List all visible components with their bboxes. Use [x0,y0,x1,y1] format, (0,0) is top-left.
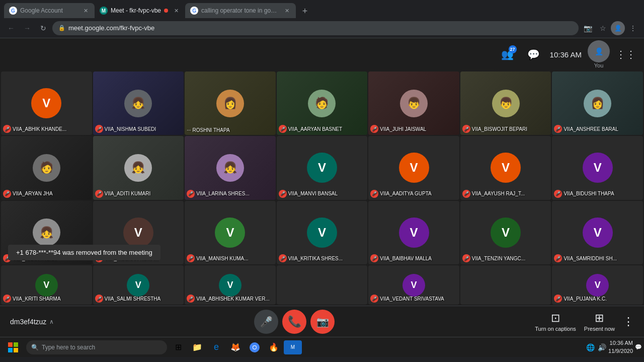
mute-p1: 🎤 [3,125,11,133]
present-icon: ⊞ [595,312,604,325]
name-p1: 🎤 VIIA_ABHIK KHANDE... [3,125,90,133]
svg-rect-1 [14,342,18,347]
tile-p13[interactable]: V 🎤 VIIA_AAYUSH RAJ_T... [460,136,551,199]
name-p3: ··· ROSHNI THAPA [187,127,274,133]
new-tab-button[interactable]: + [298,4,312,18]
notification-icon[interactable]: 💬 [635,344,642,350]
tile-p10[interactable]: 👧 🎤 VIIA_LARINA SHRES... [185,136,276,199]
mute-p17: 🎤 [187,254,195,262]
avatar-p26: V [403,274,425,297]
tab-close-meet[interactable]: ✕ [172,7,180,15]
tile-p9[interactable]: 👧 🎤 VIIA_ADITI KUMARI [93,136,184,199]
tile-p17[interactable]: V 🎤 VIIA_MANISH KUMA... [185,201,276,264]
volume-icon[interactable]: 🔊 [598,343,606,351]
avatar-img-p10: 👧 [216,154,244,182]
more-options-button[interactable]: ⋮ [623,315,634,328]
bottom-row: V 🎤 VIIA_KRITI SHARMA V 🎤 VIIA_SALMI SHR… [0,265,644,306]
chrome-icon [250,342,260,352]
taskbar-taskview[interactable]: ⊞ [169,338,187,356]
tile-p19[interactable]: V 🎤 VIIA_BAIBHAV MALLA [368,201,459,264]
mute-p26: 🎤 [370,295,378,303]
meeting-code: dm3ef4tzuz [10,318,46,326]
tile-p5[interactable]: 👦 🎤 VIIA_JUHI JAISWAL [368,71,459,135]
tile-p4[interactable]: 🧑 🎤 VIIA_AARYAN BASNET [277,71,368,135]
tile-p7[interactable]: 👩 🎤 VIIA_ANSHREE BARAL [552,71,643,135]
chat-button[interactable]: 💬 [524,44,544,64]
tile-p28[interactable]: V 🎤 VIIA_PUJANA K.C. [552,265,643,305]
forward-button[interactable]: → [20,21,34,35]
tile-p20[interactable]: V 🎤 VIIA_TENZIN YANGC... [460,201,551,264]
name-p21: 🎤 VIIA_SAMRIDDHI SH... [554,254,641,262]
video-button[interactable]: 📷 [310,310,335,334]
avatar-img-p6: 👦 [492,90,520,117]
tile-p24[interactable]: V 🎤 VIIA_ABHISHEK KUMAR VER... [185,265,276,305]
tile-p21[interactable]: V 🎤 VIIA_SAMRIDDHI SH... [552,201,643,264]
hangup-button[interactable]: 📞 [282,310,306,334]
tab-close-search[interactable]: ✕ [283,7,291,15]
browser-frame: G Google Account ✕ M Meet - fkr-fvpc-vbe… [0,0,644,38]
tile-p27[interactable] [460,265,551,305]
mute-p21: 🎤 [554,254,562,262]
meet-topbar: 👥 27 💬 10:36 AM 👤 You ⋮⋮ [0,38,644,70]
captions-icon: ⊡ [551,312,560,325]
overflow-dots[interactable]: ⋮⋮ [616,44,636,64]
tab-favicon-meet: M [100,7,108,15]
tile-p25[interactable] [277,265,368,305]
controls-center: 🎤 📞 📷 [254,310,335,334]
camera-icon[interactable]: 📷 [581,21,595,35]
tab-meet[interactable]: M Meet - fkr-fvpc-vbe ✕ [95,3,185,18]
name-p28: 🎤 VIIA_PUJANA K.C. [554,295,641,303]
captions-button[interactable]: ⊡ Turn on captions [535,312,576,332]
avatar-img-p15: 👧 [33,219,60,246]
tile-p18[interactable]: V 🎤 VIIA_KRITIKA SHRES... [277,201,368,264]
taskbar-edge[interactable]: e [207,338,225,356]
mute-p22: 🎤 [3,295,11,303]
tile-p6[interactable]: 👦 🎤 VIIA_BISWOJIT BEPARI [460,71,551,135]
taskbar-chrome[interactable] [246,338,264,356]
tab-google-search[interactable]: G calling operator tone in google s... ✕ [185,3,296,18]
tile-p3[interactable]: 👩 ··· ROSHNI THAPA [185,71,276,135]
mute-p12: 🎤 [370,190,378,198]
svg-point-6 [253,346,256,349]
tile-p8[interactable]: 🧑 🎤 VIIA_ARYAN JHA [1,136,92,199]
more-tools-button[interactable]: ⋮ [626,21,640,35]
name-p18: 🎤 VIIA_KRITIKA SHRES... [279,254,366,262]
meeting-code-chevron[interactable]: ∧ [49,318,54,325]
tab-close-google[interactable]: ✕ [82,7,90,15]
taskbar-app6[interactable]: 🔥 [265,338,283,356]
present-button[interactable]: ⊞ Present now [584,312,615,332]
meeting-code-section: dm3ef4tzuz ∧ [10,318,54,326]
start-button[interactable] [2,338,24,356]
reload-button[interactable]: ↻ [36,21,50,35]
svg-rect-2 [8,348,13,352]
mic-button[interactable]: 🎤 [254,310,278,334]
bookmark-icon[interactable]: ☆ [596,21,610,35]
taskbar-system-icons: 🌐 🔊 [586,343,606,351]
tile-p14[interactable]: V 🎤 VIIA_BIDUSHI THAPA [552,136,643,199]
tile-p12[interactable]: V 🎤 VIIA_AADITYA GUPTA [368,136,459,199]
taskbar-search[interactable]: 🔍 Type here to search [26,340,167,354]
tab-google-account[interactable]: G Google Account ✕ [4,3,95,18]
tile-p26[interactable]: V 🎤 VIIA_VEDANT SRIVASTAVA [368,265,459,305]
back-button[interactable]: ← [4,21,18,35]
taskbar-firefox[interactable]: 🦊 [226,338,245,356]
avatar-img-p5: 👦 [400,90,428,117]
meeting-time: 10:36 AM [550,50,582,59]
mute-p14: 🎤 [554,190,562,198]
taskbar-files[interactable]: 📁 [188,338,206,356]
tile-p2[interactable]: 👧 🎤 VIIA_NISHMA SUBEDI [93,71,184,135]
taskbar-app7[interactable]: M [284,340,302,354]
mute-p24: 🎤 [187,295,195,303]
mute-p4: 🎤 [279,125,287,133]
network-icon[interactable]: 🌐 [586,343,595,351]
name-p23: 🎤 VIIA_SALMI SHRESTHA [95,295,182,303]
tile-p11[interactable]: V 🎤 VIIA_MANVI BANSAL [277,136,368,199]
tile-p23[interactable]: V 🎤 VIIA_SALMI SHRESTHA [93,265,184,305]
participants-button[interactable]: 👥 27 [498,44,518,64]
meet-controls-bar: dm3ef4tzuz ∧ 🎤 📞 📷 ⊡ Turn on captions ⊞ … [0,306,644,337]
address-bar[interactable]: 🔒 meet.google.com/fkr-fvpc-vbe [52,21,579,35]
tile-p1[interactable]: V 🎤 VIIA_ABHIK KHANDE... [1,71,92,135]
user-avatar-toolbar[interactable]: 👤 [611,21,625,35]
toolbar-icons: 📷 ☆ 👤 ⋮ [581,21,640,35]
tile-p22[interactable]: V 🎤 VIIA_KRITI SHARMA [1,265,92,305]
